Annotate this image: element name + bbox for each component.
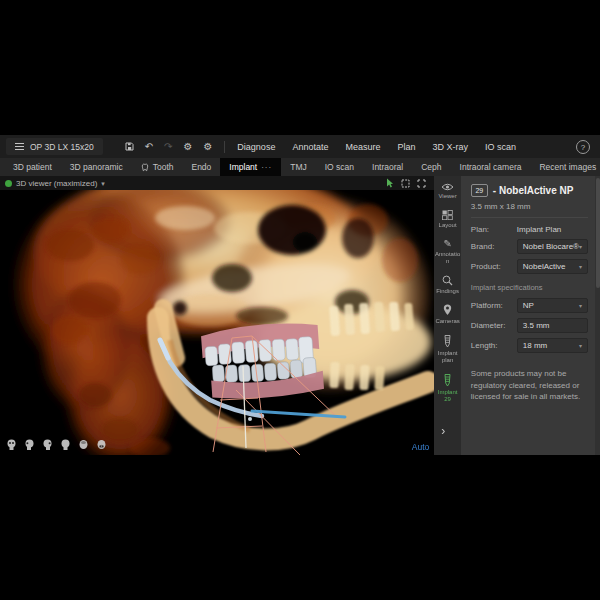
product-select[interactable]: NobelActive ▾ [517,259,588,274]
restore-layout-icon[interactable] [401,179,410,188]
menu-io-scan[interactable]: IO scan [485,142,516,152]
tab-3d-panoramic[interactable]: 3D panoramic [61,158,132,176]
undo-button[interactable]: ↶ [145,142,153,152]
product-row: Product: NobelActive ▾ [471,259,588,274]
scrollbar-thumb[interactable] [596,178,600,288]
platform-row: Platform: NP ▾ [471,298,588,313]
letterbox-background: OP 3D LX 15x20 ↶ ↷ ⚙ ⚙ Diagnose Annota [0,0,600,600]
tab-intraoral-camera[interactable]: Intraoral camera [451,158,531,176]
eye-icon [441,183,454,191]
implant-dimensions: 3.5 mm x 18 mm [471,202,588,218]
implant-title: - NobelActive NP [493,185,574,196]
tab-ceph[interactable]: Ceph [412,158,450,176]
view-preset-left-icon[interactable] [24,439,35,451]
main-menu: Diagnose Annotate Measure Plan 3D X-ray … [237,142,516,152]
tab-tooth[interactable]: Tooth [132,158,183,176]
plan-row: Plan: Implant Plan [471,225,588,234]
main-area: 3D viewer (maximized) ▾ [0,176,600,455]
app-window: OP 3D LX 15x20 ↶ ↷ ⚙ ⚙ Diagnose Annota [0,135,600,455]
chevron-down-icon: ▾ [579,343,582,349]
tab-3d-patient[interactable]: 3D patient [4,158,61,176]
save-button[interactable] [125,142,134,151]
chevron-down-icon: ▾ [579,303,582,309]
sidebar-item-annotation[interactable]: ✎ Annotation [434,239,460,265]
tab-intraoral[interactable]: Intraoral [363,158,412,176]
sidebar-item-viewer[interactable]: Viewer [434,183,460,200]
camera-pin-icon [443,304,452,316]
brand-select[interactable]: Nobel Biocare® ▾ [517,239,588,254]
section-implant-specifications: Implant specifications [471,283,588,292]
tab-implant[interactable]: Implant ··· [220,158,281,176]
viewer-title: 3D viewer (maximized) [16,179,97,188]
sidebar-item-implant-29[interactable]: Implant 29 [434,374,460,403]
chevron-down-icon: ▾ [579,264,582,270]
menu-annotate[interactable]: Annotate [292,142,328,152]
menu-diagnose[interactable]: Diagnose [237,142,275,152]
help-icon[interactable]: ? [576,140,590,154]
diameter-row: Diameter: 3.5 mm [471,318,588,333]
implant-properties-panel: 29 - NobelActive NP 3.5 mm x 18 mm Plan:… [461,176,600,455]
skull-3d-render[interactable] [0,190,434,455]
hamburger-icon [15,143,24,150]
workspace-tabbar: 3D patient 3D panoramic Tooth Endo Impla… [0,158,600,176]
view-preset-back-icon[interactable] [60,439,71,451]
implant-29-icon [443,374,452,387]
menu-plan[interactable]: Plan [397,142,415,152]
panel-header: 29 - NobelActive NP [471,184,588,197]
viewer-title-chevron-icon[interactable]: ▾ [101,180,105,187]
settings-gear-icon[interactable]: ⚙ [183,142,192,152]
sidebar-item-layout[interactable]: Layout [434,210,460,229]
viewer-canvas: Auto [0,190,434,455]
viewer-header: 3D viewer (maximized) ▾ [0,176,434,190]
tab-endo[interactable]: Endo [182,158,220,176]
viewer-pane: 3D viewer (maximized) ▾ [0,176,434,455]
view-preset-front-icon[interactable] [6,439,17,451]
plan-value: Implant Plan [517,225,561,234]
tab-options-icon[interactable]: ··· [261,163,272,172]
sidebar-item-implant-plan[interactable]: Implant plan [434,335,460,364]
view-preset-right-icon[interactable] [42,439,53,451]
panel-scrollbar[interactable] [595,176,600,455]
chevron-down-icon: ▾ [579,244,582,250]
tab-tmj[interactable]: TMJ [281,158,316,176]
regulatory-disclaimer: Some products may not be regulatory clea… [471,368,588,403]
brand-row: Brand: Nobel Biocare® ▾ [471,239,588,254]
right-sidebar-strip: Viewer Layout ✎ Annotation [434,176,460,455]
view-preset-bar [6,439,107,451]
diameter-field[interactable]: 3.5 mm [517,318,588,333]
tab-recent-images[interactable]: Recent images [530,158,600,176]
view-preset-top-icon[interactable] [78,439,89,451]
sidebar-item-findings[interactable]: Findings [434,275,460,295]
toolbar-divider [224,141,225,153]
tab-io-scan[interactable]: IO scan [316,158,363,176]
panel-expand-chevron-icon[interactable]: › [441,425,445,437]
save-icon [125,142,134,151]
length-select[interactable]: 18 mm ▾ [517,338,588,353]
preferences-gear-icon[interactable]: ⚙ [203,142,212,152]
pencil-icon: ✎ [443,239,451,249]
magnifier-icon [442,275,453,286]
auto-rendering-toggle[interactable]: Auto [412,442,430,452]
top-toolbar: OP 3D LX 15x20 ↶ ↷ ⚙ ⚙ Diagnose Annota [0,135,600,158]
menu-measure[interactable]: Measure [345,142,380,152]
layout-grid-icon [442,210,453,220]
implant-plan-icon [443,335,452,348]
tooth-icon [141,163,149,172]
view-preset-bottom-icon[interactable] [96,439,107,451]
patient-menu-button[interactable]: OP 3D LX 15x20 [6,138,103,155]
sidebar-item-cameras[interactable]: Cameras [434,304,460,325]
menu-3d-xray[interactable]: 3D X-ray [432,142,468,152]
length-row: Length: 18 mm ▾ [471,338,588,353]
tooth-number-badge: 29 [471,184,488,197]
viewer-status-icon [5,180,12,187]
maximize-icon[interactable] [417,179,426,188]
platform-select[interactable]: NP ▾ [517,298,588,313]
pointer-tool-icon[interactable] [385,178,394,188]
window-title: OP 3D LX 15x20 [30,142,94,152]
redo-button[interactable]: ↷ [164,142,172,152]
